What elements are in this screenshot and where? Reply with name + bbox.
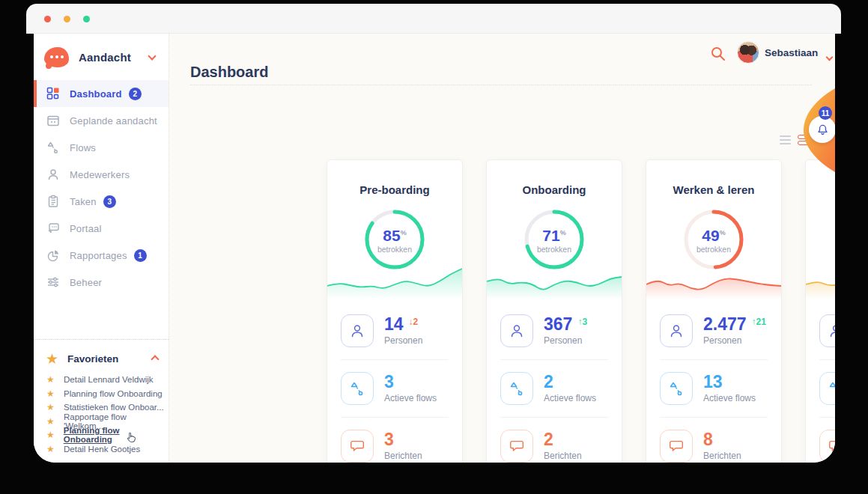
tasks-icon	[46, 194, 61, 209]
person-icon	[46, 167, 61, 182]
stat-label: Personen	[384, 335, 422, 346]
engagement-donut-chart: 71% betrokken	[523, 208, 586, 271]
favorite-item-label: Detail Lennard Veldwijk	[64, 375, 154, 384]
favorite-item-label: Detail Henk Gootjes	[64, 445, 140, 454]
flow-icon	[819, 372, 835, 405]
card-title: Onboarding	[487, 183, 622, 196]
search-icon[interactable]	[710, 46, 726, 62]
favorite-item-label: Planning flow Onboarding	[64, 426, 169, 444]
sidebar-item-dashboard[interactable]: Dashboard2	[34, 80, 169, 107]
favorite-item-planning-flow-onboarding[interactable]: ★Planning flow Onboarding	[46, 428, 169, 442]
avatar[interactable]	[737, 41, 759, 64]
stat-value: 13	[703, 373, 723, 390]
flow-icon	[46, 140, 61, 155]
star-icon: ★	[46, 402, 55, 412]
stat-row-berichten: 2 Berichten	[819, 417, 835, 463]
page-title: Dashboard	[190, 64, 268, 81]
card-title: Werken & leren	[646, 183, 781, 196]
notification-bell-button[interactable]	[809, 116, 835, 143]
delta-down: ↓2	[409, 317, 419, 327]
phase-card-onboarding[interactable]: Onboarding 71% betrokken 367↑3 Personen	[486, 159, 622, 463]
window-controls	[44, 16, 90, 22]
user-chevron-down-icon[interactable]	[827, 49, 832, 63]
stat-label: Berichten	[544, 451, 582, 461]
sidebar-item-label: Portaal	[70, 223, 102, 234]
sidebar-item-portaal[interactable]: Portaal	[34, 215, 169, 242]
favorites-section: ★ Favorieten ★Detail Lennard Veldwijk★Pl…	[34, 339, 169, 463]
chevron-down-icon[interactable]	[148, 52, 156, 60]
sidebar-item-geplande-aandacht[interactable]: Geplande aandacht	[34, 107, 169, 134]
favorite-item-planning-flow-onboarding[interactable]: ★Planning flow Onboarding	[46, 387, 169, 401]
stat-row-actieve-flows: 13 Actieve flows	[660, 359, 768, 417]
stat-value: 3	[384, 431, 394, 448]
notification-count-badge: 11	[819, 106, 832, 120]
engagement-label: betrokken	[377, 245, 412, 254]
app-stage: Aandacht Dashboard2Geplande aandachtFlow…	[0, 0, 868, 494]
favorites-header[interactable]: ★ Favorieten	[46, 350, 169, 367]
engagement-label: betrokken	[537, 245, 571, 254]
favorites-title: Favorieten	[67, 353, 118, 365]
engagement-label: betrokken	[696, 245, 731, 254]
stat-row-berichten: 8 Berichten	[660, 417, 768, 463]
close-window-button[interactable]	[44, 16, 51, 22]
sidebar-item-beheer[interactable]: Beheer	[34, 269, 169, 296]
favorites-list: ★Detail Lennard Veldwijk★Planning flow O…	[46, 373, 169, 456]
stat-row-personen: 3↑1 Personen	[819, 302, 835, 359]
trend-sparkline-chart	[646, 266, 781, 299]
favorite-item-detail-henk-gootjes[interactable]: ★Detail Henk Gootjes	[46, 442, 169, 457]
maximize-window-button[interactable]	[83, 16, 90, 22]
flow-icon	[660, 372, 693, 405]
message-icon	[819, 430, 835, 463]
bell-icon	[816, 124, 829, 136]
stat-label: Actieve flows	[544, 393, 596, 403]
header-divider	[190, 85, 812, 85]
sidebar-item-label: Flows	[70, 142, 96, 153]
stat-row-personen: 367↑3 Personen	[500, 302, 608, 359]
sidebar-item-medewerkers[interactable]: Medewerkers	[34, 161, 169, 188]
sidebar-item-label: Geplande aandacht	[70, 115, 157, 126]
stat-value: 2	[544, 431, 553, 448]
card-stats: 3↑1 Personen 29 Actieve flows 2 Berichte…	[806, 299, 835, 463]
sidebar-menu: Dashboard2Geplande aandachtFlowsMedewerk…	[34, 80, 169, 296]
engagement-percent: 85%	[383, 225, 406, 243]
person-icon	[660, 314, 693, 347]
dashboard-icon	[46, 86, 61, 101]
favorite-item-detail-lennard-veldwijk[interactable]: ★Detail Lennard Veldwijk	[46, 373, 169, 387]
sidebar-item-label: Taken	[70, 196, 97, 207]
person-icon	[341, 314, 374, 347]
chevron-up-icon[interactable]	[151, 355, 159, 363]
delta-up: ↑21	[752, 317, 766, 327]
portal-icon	[46, 221, 61, 236]
stat-label: Berichten	[703, 451, 741, 461]
message-icon	[341, 430, 374, 463]
app-window: Aandacht Dashboard2Geplande aandachtFlow…	[34, 34, 835, 463]
stat-row-actieve-flows: 2 Actieve flows	[500, 359, 608, 417]
stat-label: Actieve flows	[703, 393, 756, 403]
person-icon	[500, 314, 533, 347]
user-menu[interactable]: Sebastiaan	[765, 47, 818, 58]
delta-up: ↑3	[577, 317, 587, 327]
speech-bubble-logo-icon	[44, 47, 69, 67]
engagement-donut-chart: 49% betrokken	[682, 208, 745, 271]
stat-value: 2.477	[703, 316, 747, 332]
phase-card-werken-leren[interactable]: Werken & leren 49% betrokken 2.477↑21 Pe…	[646, 159, 782, 463]
message-icon	[500, 430, 533, 463]
star-icon: ★	[46, 374, 55, 385]
sidebar-item-rapportages[interactable]: Rapportages1	[34, 242, 169, 269]
stat-row-actieve-flows: 29 Actieve flows	[819, 359, 835, 417]
list-view-icon[interactable]	[780, 135, 791, 144]
stat-value: 3	[384, 373, 394, 390]
sidebar-item-taken[interactable]: Taken3	[34, 188, 169, 215]
app-logo[interactable]: Aandacht	[44, 44, 164, 70]
notification-tab: 11	[804, 88, 835, 172]
minimize-window-button[interactable]	[64, 16, 70, 22]
phase-card-offboarding[interactable]: Offboarding 55% betrokken 3↑1 Personen 2	[805, 159, 835, 463]
stat-value: 2	[544, 373, 553, 390]
card-stats: 2.477↑21 Personen 13 Actieve flows 8 Ber…	[646, 299, 781, 463]
sidebar-item-flows[interactable]: Flows	[34, 134, 169, 161]
sidebar-item-label: Dashboard	[70, 88, 122, 100]
window-titlebar[interactable]	[26, 4, 841, 34]
count-badge: 3	[103, 195, 116, 208]
phase-card-pre-boarding[interactable]: Pre-boarding 85% betrokken 14↓2 Personen	[327, 159, 463, 463]
star-icon: ★	[46, 416, 55, 427]
